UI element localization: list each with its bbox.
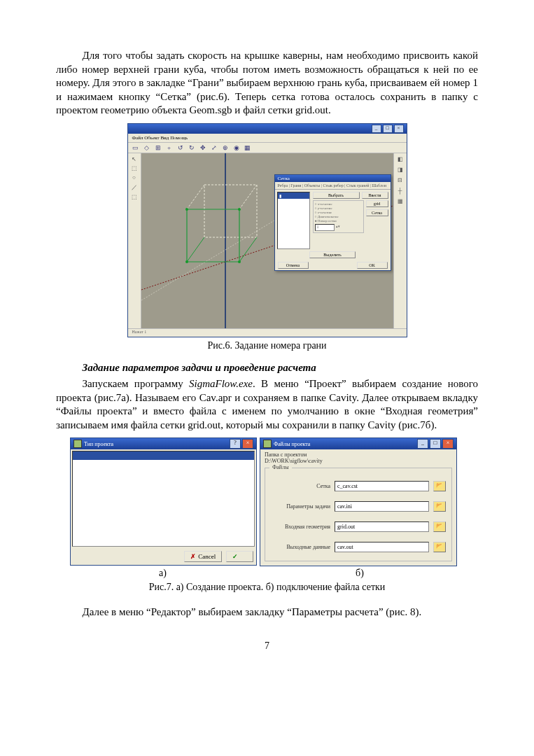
browse-button[interactable]: 📂 — [433, 522, 446, 532]
tool-icon[interactable]: ◉ — [233, 144, 240, 151]
left-tool-icon[interactable]: ○ — [132, 174, 136, 181]
right-tool-icon[interactable]: ┼ — [398, 188, 402, 194]
svg-line-4 — [239, 185, 257, 209]
row-input[interactable]: grid.out — [335, 522, 429, 532]
paragraph-2: Запускаем программу SigmaFlow.exe. В мен… — [56, 377, 478, 432]
browse-button[interactable]: 📂 — [433, 481, 446, 491]
fig6-viewport[interactable]: Сетка Ребра | Грани | Объекты | Стык реб… — [141, 153, 393, 328]
svg-line-3 — [187, 185, 204, 209]
check-icon: ✓ — [232, 553, 238, 560]
fig7a-titlebar: Тип проекта ? × — [71, 438, 256, 449]
minimize-button[interactable]: _ — [417, 439, 428, 449]
cancel-button[interactable]: ✗Cancel — [184, 551, 222, 562]
page-number: 7 — [56, 640, 478, 652]
highlight-button[interactable]: Выделить — [309, 251, 356, 258]
heading-2: Задание параметров задачи и проведение р… — [56, 361, 478, 375]
group-label: Файлы — [269, 464, 292, 470]
left-tool-icon[interactable]: ⬚ — [132, 194, 137, 200]
maximize-button[interactable]: □ — [383, 125, 393, 133]
cancel-button[interactable]: Отмена — [278, 262, 309, 269]
page: Для того чтобы задать скорость на крышке… — [0, 0, 534, 680]
tool-icon[interactable]: ⊞ — [155, 144, 162, 151]
close-button[interactable]: × — [394, 125, 404, 133]
fig7-sub-a: а) — [70, 568, 255, 579]
close-button[interactable]: × — [242, 439, 253, 449]
file-row: Входная геометрия grid.out 📂 — [271, 522, 446, 532]
tool-icon[interactable]: + — [166, 144, 173, 151]
grid-button[interactable]: grid — [366, 200, 388, 207]
tool-icon[interactable]: ↻ — [188, 144, 195, 151]
browse-button[interactable]: 📂 — [433, 501, 446, 512]
svg-point-7 — [185, 208, 188, 211]
list-item-selected[interactable] — [73, 451, 254, 460]
fig6-window-buttons: _ □ × — [372, 125, 404, 133]
fig7a-listbox[interactable] — [72, 451, 255, 547]
enter-button[interactable]: Ввести — [362, 192, 388, 199]
fig7a-window: Тип проекта ? × ✗Cancel ✓ — [70, 438, 257, 566]
paragraph-3: Далее в меню “Редактор” выбираем закладк… — [56, 606, 478, 620]
tool-icon[interactable]: ⤢ — [211, 144, 218, 151]
mesh-button[interactable]: Сетка — [366, 209, 388, 216]
right-tool-icon[interactable]: ▦ — [398, 198, 403, 204]
fig7b-titlebar: Файлы проекта _ □ × — [260, 438, 456, 449]
radio-option[interactable]: ○ z-сечение — [315, 211, 362, 214]
right-tool-icon[interactable]: ⊟ — [398, 177, 402, 183]
app-icon — [73, 440, 82, 448]
row-label: Сетка — [271, 483, 330, 489]
fig7-caption: Рис.7. а) Создание проекта. б) подключен… — [56, 582, 478, 593]
ok-button[interactable]: ОК — [357, 262, 388, 269]
fig6-right-toolbar: ◧ ◨ ⊟ ┼ ▦ — [393, 153, 407, 328]
row-input[interactable]: cav.out — [335, 542, 429, 552]
help-button[interactable]: ? — [230, 439, 241, 449]
left-tool-icon[interactable]: ⬚ — [132, 165, 137, 172]
right-tool-icon[interactable]: ◧ — [398, 156, 403, 162]
fig7b-files-group: Файлы Сетка c_cav.cst 📂 Параметры задачи… — [265, 468, 452, 561]
ok-button[interactable]: ✓ — [226, 551, 253, 562]
fig6-dialog-radiogroup: ○ x-сечение ○ y-сечение ○ z-сечение ○ Ди… — [313, 200, 364, 233]
radio-option[interactable]: ○ Диагональное — [315, 215, 362, 218]
path-value: D:\WORK\sigflow\cavity — [265, 458, 452, 464]
fig6-toolbar: ▭ ◇ ⊞ + ↺ ↻ ✥ ⤢ ⊕ ◉ ▦ — [128, 143, 407, 153]
grid-number-input[interactable]: 1 — [315, 224, 335, 231]
fig6-caption: Рис.6. Задание номера грани — [56, 340, 478, 351]
select-button[interactable]: Выбрать — [313, 192, 360, 199]
maximize-button[interactable]: □ — [430, 439, 441, 449]
row-input[interactable]: cav.ini — [335, 501, 429, 512]
tool-icon[interactable]: ▭ — [132, 144, 139, 151]
fig6-dialog-tabs[interactable]: Ребра | Грани | Объекты | Стык ребер | С… — [275, 182, 391, 190]
svg-point-8 — [238, 208, 241, 211]
app-icon — [263, 440, 272, 448]
row-input[interactable]: c_cav.cst — [335, 481, 429, 491]
svg-point-10 — [185, 260, 188, 263]
close-button[interactable]: × — [442, 439, 454, 449]
spinner-icon[interactable]: ▴▾ — [336, 224, 340, 231]
tool-icon[interactable]: ⊕ — [222, 144, 229, 151]
radio-option[interactable]: ○ x-сечение — [315, 202, 362, 206]
left-tool-icon[interactable]: ／ — [132, 183, 137, 191]
tool-icon[interactable]: ↺ — [177, 144, 184, 151]
svg-line-2 — [141, 216, 281, 300]
left-tool-icon[interactable]: ↖ — [132, 156, 136, 162]
row-label: Входная геометрия — [271, 524, 330, 530]
radio-option[interactable]: ● Номер сетки — [315, 219, 362, 223]
svg-point-9 — [238, 260, 241, 263]
browse-button[interactable]: 📂 — [433, 542, 446, 552]
fig7a-footer: ✗Cancel ✓ — [71, 548, 256, 565]
paragraph-1: Для того чтобы задать скорость на крышке… — [56, 49, 478, 118]
fig6-dialog-title: Сетка — [275, 175, 391, 182]
tool-icon[interactable]: ▦ — [244, 144, 251, 151]
fig6-dialog-listbox[interactable]: ▮ — [277, 192, 310, 249]
list-item-selected[interactable]: ▮ — [278, 192, 309, 199]
tool-icon[interactable]: ◇ — [143, 144, 150, 151]
row-label: Выходные данные — [271, 544, 330, 550]
figure-6: _ □ × Файл Объект Вид Помощь ▭ ◇ ⊞ + ↺ ↻… — [127, 123, 407, 337]
tool-icon[interactable]: ✥ — [199, 144, 206, 151]
radio-option[interactable]: ○ y-сечение — [315, 206, 362, 210]
right-tool-icon[interactable]: ◨ — [398, 167, 403, 173]
minimize-button[interactable]: _ — [372, 125, 381, 133]
fig7a-title-text: Тип проекта — [84, 441, 113, 447]
fig6-menubar[interactable]: Файл Объект Вид Помощь — [128, 134, 407, 143]
fig7-sub-b: б) — [255, 568, 464, 579]
path-label: Папка с проектом — [265, 451, 452, 458]
fig6-body: ↖ ⬚ ○ ／ ⬚ — [128, 153, 407, 328]
